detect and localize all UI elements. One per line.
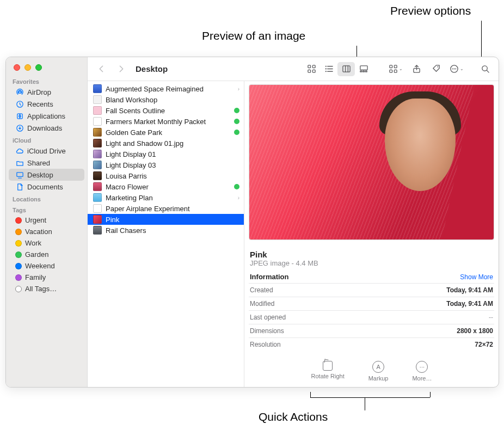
file-row[interactable]: Macro Flower (88, 181, 244, 192)
file-row[interactable]: Louisa Parris (88, 170, 244, 181)
file-icon (93, 95, 102, 104)
callout-bracket-r (430, 392, 431, 397)
file-row[interactable]: Bland Workshop (88, 94, 244, 105)
svg-rect-15 (342, 66, 349, 72)
file-icon (93, 226, 102, 235)
file-row[interactable]: Marketing Plan› (88, 192, 244, 203)
info-row: CreatedToday, 9:41 AM (249, 283, 494, 297)
cloud-icon (15, 146, 24, 155)
file-row[interactable]: Paper Airplane Experiment (88, 203, 244, 214)
file-name: Marketing Plan (106, 194, 234, 202)
sidebar-item-documents[interactable]: Documents (9, 181, 84, 193)
tag-dot-icon (15, 217, 22, 224)
more-actions-button[interactable]: ··· More… (412, 361, 432, 382)
close-window-button[interactable] (14, 64, 20, 71)
preview-thumbnail[interactable] (249, 84, 494, 240)
info-value: 2800 x 1800 (457, 327, 493, 335)
tag-dot-icon (15, 263, 22, 269)
svg-point-31 (455, 69, 456, 70)
recents-icon (15, 100, 24, 108)
markup-button[interactable]: A Markup (368, 361, 389, 382)
sidebar-tag-all-tags-[interactable]: All Tags… (9, 283, 84, 294)
sidebar: Favorites AirDropRecentsApplicationsDown… (6, 57, 88, 387)
view-icons-button[interactable] (303, 62, 320, 76)
callout-preview-options: Preview options (390, 4, 471, 17)
file-icon (93, 139, 102, 148)
sidebar-item-applications[interactable]: Applications (9, 110, 84, 122)
file-row[interactable]: Light and Shadow 01.jpg (88, 138, 244, 149)
share-button[interactable] (408, 62, 425, 76)
sidebar-item-icloud-drive[interactable]: iCloud Drive (9, 145, 84, 157)
sidebar-tag-weekend[interactable]: Weekend (9, 260, 84, 272)
minimize-window-button[interactable] (24, 64, 31, 71)
tag-dot-icon (15, 274, 22, 281)
tag-indicator-icon (234, 119, 239, 124)
file-row[interactable]: Farmers Market Monthly Packet (88, 116, 244, 127)
tag-indicator-icon (234, 108, 239, 113)
quick-actions: Rotate Right A Markup ··· More… (249, 351, 494, 385)
main-area: Desktop ⌄ (88, 57, 499, 387)
info-key: Resolution (250, 341, 281, 348)
sidebar-tag-urgent[interactable]: Urgent (9, 214, 84, 226)
file-column[interactable]: Augmented Space Reimagined›Bland Worksho… (88, 81, 244, 387)
tag-dot-icon (15, 286, 22, 292)
file-name: Augmented Space Reimagined (106, 85, 234, 93)
tag-dot-icon (15, 251, 22, 258)
file-name: Light and Shadow 01.jpg (106, 139, 239, 148)
toolbar-title: Desktop (136, 64, 168, 73)
group-by-menu[interactable]: ⌄ (386, 64, 405, 73)
tags-button[interactable] (428, 62, 444, 76)
sidebar-header-favorites: Favorites (6, 75, 87, 86)
file-name: Golden Gate Park (106, 128, 230, 137)
file-row[interactable]: Rail Chasers (88, 225, 244, 236)
sidebar-item-label: Urgent (25, 216, 46, 224)
forward-button[interactable] (113, 62, 129, 76)
info-value: Today, 9:41 AM (446, 300, 493, 308)
svg-rect-5 (308, 65, 310, 68)
sidebar-item-desktop[interactable]: Desktop (9, 169, 84, 181)
window-controls (6, 57, 87, 75)
file-row[interactable]: Light Display 03 (88, 159, 244, 170)
sidebar-tag-work[interactable]: Work (9, 237, 84, 249)
file-row[interactable]: Light Display 01 (88, 149, 244, 159)
rotate-label: Rotate Right (311, 373, 345, 379)
zoom-window-button[interactable] (35, 64, 42, 71)
file-icon (93, 84, 102, 93)
sidebar-item-airdrop[interactable]: AirDrop (9, 86, 84, 98)
callout-quick-actions: Quick Actions (259, 410, 328, 423)
svg-rect-20 (362, 71, 364, 72)
airdrop-icon (15, 88, 24, 96)
info-key: Modified (250, 300, 274, 308)
file-name: Macro Flower (106, 183, 230, 191)
file-row[interactable]: Golden Gate Park (88, 127, 244, 138)
sidebar-item-shared[interactable]: Shared (9, 157, 84, 169)
sidebar-item-recents[interactable]: Recents (9, 98, 84, 110)
view-list-button[interactable] (320, 62, 337, 76)
file-icon (93, 215, 102, 224)
sidebar-item-downloads[interactable]: Downloads (9, 122, 84, 134)
rotate-right-button[interactable]: Rotate Right (311, 361, 345, 382)
show-more-link[interactable]: Show More (460, 273, 493, 281)
info-row: ModifiedToday, 9:41 AM (249, 297, 494, 310)
svg-point-13 (325, 71, 326, 72)
callout-bracket-l (310, 392, 311, 397)
file-row[interactable]: Augmented Space Reimagined› (88, 83, 244, 94)
docs-icon (15, 182, 24, 191)
svg-rect-21 (365, 71, 367, 72)
search-button[interactable] (477, 62, 493, 76)
chevron-down-icon: ⌄ (460, 66, 464, 71)
action-menu[interactable]: ⌄ (447, 64, 466, 73)
file-name: Pink (106, 216, 239, 224)
back-button[interactable] (93, 62, 109, 76)
sidebar-tag-family[interactable]: Family (9, 272, 84, 283)
file-name: Paper Airplane Experiment (106, 205, 239, 213)
file-row[interactable]: Fall Scents Outline (88, 105, 244, 116)
svg-point-9 (325, 66, 326, 67)
view-columns-button[interactable] (337, 62, 355, 76)
toolbar: Desktop ⌄ (88, 57, 499, 81)
sidebar-item-label: Vacation (25, 228, 52, 236)
sidebar-tag-vacation[interactable]: Vacation (9, 226, 84, 237)
file-row[interactable]: Pink (88, 214, 244, 225)
view-gallery-button[interactable] (355, 62, 372, 76)
sidebar-tag-garden[interactable]: Garden (9, 249, 84, 260)
